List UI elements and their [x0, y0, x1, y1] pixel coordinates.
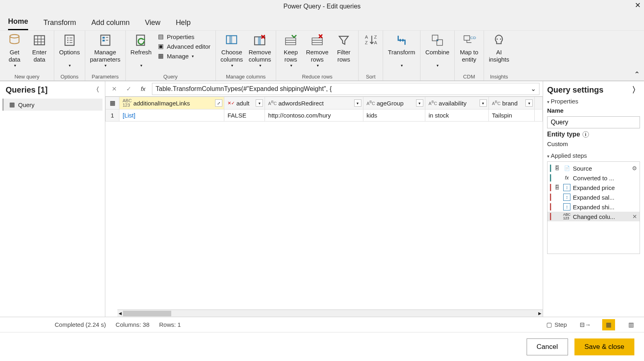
type-text-icon: ABC: [492, 100, 500, 106]
keep-rows-button[interactable]: Keep rows▾: [279, 32, 302, 69]
list-link[interactable]: [List]: [123, 112, 135, 119]
status-rows: Rows: 1: [159, 321, 181, 328]
table-icon: ▦: [9, 101, 15, 108]
type-text-icon: ABC: [367, 100, 375, 106]
expand-column-icon[interactable]: ⤢: [215, 99, 222, 107]
remove-columns-button[interactable]: Remove columns▾: [247, 32, 273, 69]
map-to-entity-button[interactable]: CDM Map to entity: [458, 32, 480, 64]
group-label-new-query: New query: [3, 73, 51, 80]
step-source[interactable]: 🗄📄 Source ⚙: [548, 163, 640, 173]
titlebar: Power Query - Edit queries ✕: [0, 0, 644, 13]
svg-point-9: [67, 42, 68, 43]
svg-rect-22: [258, 37, 261, 45]
filter-dropdown-icon[interactable]: ▾: [256, 99, 263, 107]
tab-view[interactable]: View: [145, 19, 160, 30]
cancel-button[interactable]: Cancel: [527, 338, 568, 355]
grid-view-button[interactable]: ▦: [602, 319, 615, 330]
manage-parameters-button[interactable]: Manage parameters▾: [88, 32, 122, 69]
refresh-button[interactable]: Refresh▾: [129, 32, 154, 69]
type-icon: ABC123: [563, 213, 570, 220]
fx-icon[interactable]: fx: [137, 83, 149, 95]
ai-insights-button[interactable]: AI insights: [487, 32, 511, 64]
query-list-item[interactable]: ▦ Query: [2, 99, 103, 111]
diagram-view-icon[interactable]: ⊟→: [578, 320, 593, 330]
step-expanded-price[interactable]: 🗄↕ Expanded price: [548, 183, 640, 192]
scrollbar-thumb[interactable]: [123, 311, 171, 316]
window-title: Power Query - Edit queries: [283, 3, 361, 10]
gear-icon[interactable]: ⚙: [632, 165, 637, 171]
filter-dropdown-icon[interactable]: ▾: [416, 99, 423, 107]
query-name-input[interactable]: [547, 116, 640, 128]
tab-help[interactable]: Help: [176, 19, 191, 30]
properties-icon: ▤: [157, 33, 164, 40]
type-bool-icon: ✕✓: [228, 101, 235, 105]
options-button[interactable]: Options▾: [57, 32, 82, 69]
col-availability[interactable]: ABCavailability ▾: [425, 97, 488, 109]
step-expanded-sale[interactable]: ↕ Expanded sal...: [548, 192, 640, 202]
filter-rows-button[interactable]: Filter rows: [332, 32, 355, 64]
combine-button[interactable]: Combine▾: [424, 32, 451, 69]
expand-icon: ↕: [563, 184, 570, 191]
advanced-editor-button[interactable]: ▣Advanced editor: [156, 42, 212, 51]
close-icon[interactable]: ✕: [635, 1, 641, 10]
step-indicator[interactable]: ▢ Step: [545, 320, 568, 330]
svg-text:Z: Z: [374, 35, 377, 39]
group-label-parameters: Parameters: [88, 73, 122, 80]
step-expanded-shipping[interactable]: ↕ Expanded shi...: [548, 202, 640, 212]
step-changed-column[interactable]: ABC123 Changed colu... ✕: [548, 212, 640, 221]
combine-icon: [430, 33, 445, 47]
entity-type-label: Entity type: [547, 131, 580, 138]
tab-add-column[interactable]: Add column: [91, 19, 129, 30]
delete-step-icon[interactable]: ✕: [632, 213, 637, 220]
filter-dropdown-icon[interactable]: ▾: [525, 99, 533, 107]
json-icon: 📄: [563, 165, 570, 172]
accept-formula-icon[interactable]: ✓: [123, 83, 134, 95]
schema-view-button[interactable]: ▥: [625, 319, 638, 330]
transform-button[interactable]: Transform▾: [386, 32, 417, 69]
horizontal-scrollbar[interactable]: ◀ ▶: [117, 309, 543, 317]
tab-home[interactable]: Home: [8, 17, 28, 30]
formula-bar: ✕ ✓ fx Table.TransformColumnTypes(#"Expa…: [105, 81, 543, 97]
table-row[interactable]: 1 [List] FALSE http://contoso.com/hury k…: [106, 109, 543, 122]
choose-columns-button[interactable]: Choose columns▾: [219, 32, 245, 69]
group-label-cdm: CDM: [458, 73, 480, 80]
col-brand[interactable]: ABCbrand ▾: [488, 97, 534, 109]
tab-transform[interactable]: Transform: [43, 19, 76, 30]
filter-icon: [336, 33, 351, 47]
step-converted[interactable]: fx Converted to ...: [548, 173, 640, 183]
type-text-icon: ABC: [429, 100, 437, 106]
expand-settings-icon[interactable]: 〉: [632, 85, 640, 95]
collapse-queries-icon[interactable]: 〈: [93, 86, 99, 94]
expand-formula-icon[interactable]: ⌄: [531, 85, 536, 93]
remove-rows-button[interactable]: Remove rows▾: [304, 32, 330, 69]
manage-query-button[interactable]: ▦Manage ▾: [156, 52, 212, 60]
sort-button[interactable]: AZZA: [362, 32, 379, 50]
data-grid[interactable]: ▦ ABC123additionalImageLinks ⤢ ✕✓adult ▾…: [105, 97, 543, 122]
scroll-right-icon[interactable]: ▶: [537, 311, 543, 316]
group-label-options: Options: [57, 73, 82, 80]
grid-corner[interactable]: ▦: [106, 97, 119, 109]
info-icon[interactable]: i: [582, 131, 589, 138]
enter-data-button[interactable]: Enter data: [28, 32, 51, 64]
col-adwordsRedirect[interactable]: ABCadwordsRedirect ▾: [265, 97, 363, 109]
filter-dropdown-icon[interactable]: ▾: [354, 99, 361, 107]
applied-steps-section[interactable]: Applied steps: [547, 152, 640, 159]
collapse-ribbon-icon[interactable]: ⌃: [634, 70, 640, 79]
svg-rect-13: [100, 35, 110, 45]
properties-section[interactable]: Properties: [547, 98, 640, 105]
formula-input[interactable]: Table.TransformColumnTypes(#"Expanded sh…: [152, 83, 539, 95]
scroll-left-icon[interactable]: ◀: [117, 311, 123, 316]
filter-dropdown-icon[interactable]: ▾: [480, 99, 487, 107]
fx-icon: fx: [563, 174, 570, 182]
save-close-button[interactable]: Save & close: [574, 338, 634, 355]
expand-icon: ↕: [563, 194, 570, 201]
col-additionalImageLinks[interactable]: ABC123additionalImageLinks ⤢: [119, 97, 224, 109]
db-icon: 🗄: [554, 184, 561, 191]
svg-rect-14: [103, 37, 105, 39]
col-ageGroup[interactable]: ABCageGroup ▾: [363, 97, 425, 109]
get-data-button[interactable]: Get data▾: [3, 32, 26, 69]
properties-button[interactable]: ▤Properties: [156, 32, 212, 41]
col-adult[interactable]: ✕✓adult ▾: [224, 97, 265, 109]
status-completed: Completed (2.24 s): [55, 321, 106, 328]
cancel-formula-icon[interactable]: ✕: [109, 83, 120, 95]
